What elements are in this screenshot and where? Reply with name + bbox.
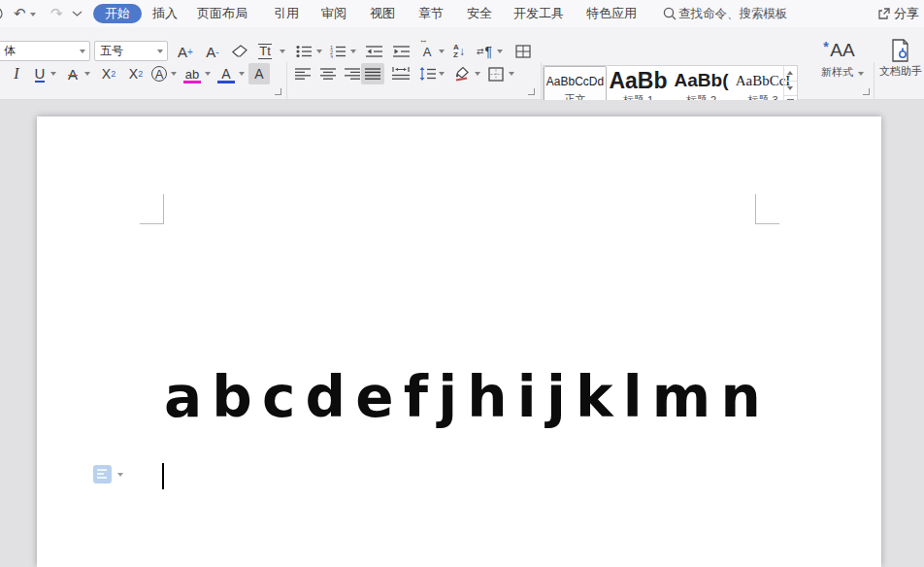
paste-options-dropdown-arrow[interactable]	[117, 473, 123, 477]
numbering-button[interactable]: 123	[327, 41, 348, 62]
tab-home[interactable]: 开始	[93, 4, 142, 23]
distribute-button[interactable]	[388, 63, 413, 84]
phonetic-guide-icon: Tt	[258, 44, 272, 59]
new-style-button[interactable]: * AA 新样式	[815, 39, 870, 87]
undo-button[interactable]: ↶	[14, 3, 26, 24]
tab-review[interactable]: 审阅	[321, 0, 346, 27]
subscript-button[interactable]: X2	[123, 63, 148, 84]
margin-mark-topleft-horizontal	[140, 223, 164, 224]
search-icon[interactable]	[663, 7, 676, 20]
document-page[interactable]	[37, 117, 881, 567]
tab-dev-tools[interactable]: 开发工具	[513, 0, 564, 27]
shading-button[interactable]	[450, 63, 474, 84]
char-scale-button[interactable]: ↔ A	[416, 41, 438, 62]
strikethrough-dropdown-arrow[interactable]	[84, 72, 90, 76]
shrink-font-minus: -	[215, 47, 218, 57]
share-button[interactable]: 分享	[894, 0, 919, 27]
sort-button[interactable]: AZ ↓	[447, 41, 471, 62]
highlight-dropdown-arrow[interactable]	[205, 72, 211, 76]
font-group-launcher[interactable]	[275, 88, 281, 95]
superscript-button[interactable]: X2	[96, 63, 121, 84]
highlight-color-bar	[183, 81, 201, 83]
underline-glyph: U	[35, 66, 46, 83]
phonetic-dropdown-arrow[interactable]	[280, 50, 285, 53]
bullets-dropdown-arrow[interactable]	[316, 50, 322, 53]
doc-assistant-button[interactable]: 文档助手	[879, 39, 924, 87]
text-tools-button[interactable]	[512, 41, 535, 62]
eraser-icon	[231, 44, 248, 59]
text-effects-dropdown-arrow[interactable]	[171, 72, 177, 76]
font-size-dropdown-arrow[interactable]	[157, 50, 163, 53]
customize-toolbar-button[interactable]	[72, 9, 82, 18]
tab-references[interactable]: 引用	[274, 0, 299, 27]
phonetic-guide-button[interactable]: Tt	[253, 41, 277, 62]
paste-options-button[interactable]	[93, 465, 112, 484]
tab-view[interactable]: 视图	[370, 0, 395, 27]
font-color-button[interactable]: A	[214, 63, 238, 84]
align-center-button[interactable]	[316, 63, 340, 84]
share-icon[interactable]	[877, 7, 891, 20]
superscript-exp: 2	[111, 69, 116, 79]
underline-dropdown-arrow[interactable]	[50, 72, 56, 76]
shading-dropdown-arrow[interactable]	[475, 72, 480, 76]
superscript-glyph: X	[102, 66, 111, 82]
strikethrough-button[interactable]: A	[62, 63, 83, 84]
shrink-font-button[interactable]: A-	[200, 41, 225, 62]
align-left-button[interactable]	[291, 63, 314, 84]
document-assistant-icon	[891, 39, 910, 62]
justify-button[interactable]	[361, 63, 384, 84]
increase-indent-button[interactable]	[389, 41, 412, 62]
borders-icon	[488, 67, 504, 82]
styles-group-launcher[interactable]	[863, 88, 870, 95]
style-heading1-preview: AaBb	[607, 68, 670, 93]
align-right-icon	[345, 67, 360, 81]
font-size-value: 五号	[100, 44, 123, 57]
grow-font-button[interactable]: A+	[173, 41, 198, 62]
strikethrough-glyph: A	[68, 66, 78, 83]
tab-page-layout[interactable]: 页面布局	[197, 0, 248, 27]
tab-special-apps[interactable]: 特色应用	[586, 0, 637, 27]
font-name-value: 体	[4, 44, 16, 57]
styles-scroll-up-button[interactable]	[784, 66, 797, 81]
underline-button[interactable]: U	[29, 63, 50, 84]
char-scale-dropdown-arrow[interactable]	[439, 50, 445, 53]
search-command-box[interactable]: 查找命令、搜索模板	[678, 0, 788, 27]
char-shading-button[interactable]: A	[248, 63, 270, 84]
clipped-toolbar-icon	[0, 6, 8, 21]
font-name-combo[interactable]: 体	[0, 41, 90, 61]
paragraph-group-launcher[interactable]	[528, 88, 535, 95]
redo-button[interactable]: ↷	[50, 3, 63, 24]
borders-dropdown-arrow[interactable]	[509, 72, 514, 76]
font-size-combo[interactable]: 五号	[94, 41, 168, 61]
line-spacing-dropdown-arrow[interactable]	[439, 72, 445, 76]
decrease-indent-button[interactable]	[362, 41, 385, 62]
new-style-icon: * AA	[830, 39, 854, 62]
undo-dropdown-arrow[interactable]	[30, 13, 36, 17]
bullets-button[interactable]	[293, 41, 314, 62]
new-style-label: 新样式	[821, 66, 853, 78]
text-cursor	[162, 463, 164, 489]
highlight-button[interactable]: ab	[181, 63, 204, 84]
text-effects-icon: A	[151, 66, 167, 82]
document-body-text[interactable]: a b c d e f j h i j k l m n	[164, 364, 755, 430]
line-spacing-button[interactable]	[415, 63, 439, 84]
bullet-list-icon	[296, 45, 312, 58]
show-marks-button[interactable]: ⇄¶	[474, 41, 495, 62]
tab-section[interactable]: 章节	[418, 0, 444, 27]
shrink-font-glyph: A	[206, 44, 215, 60]
font-color-dropdown-arrow[interactable]	[239, 72, 245, 76]
clear-format-button[interactable]	[227, 41, 252, 62]
document-area: a b c d e f j h i j k l m n	[0, 100, 924, 567]
tab-security[interactable]: 安全	[467, 0, 492, 27]
tab-insert[interactable]: 插入	[152, 0, 178, 27]
borders-button[interactable]	[484, 63, 508, 84]
numbering-dropdown-arrow[interactable]	[350, 50, 356, 53]
show-marks-dropdown-arrow[interactable]	[497, 50, 503, 53]
ribbon: 体 五号 A+ A- Tt I U A X2 X2 A ab A	[0, 27, 924, 100]
grow-font-plus: +	[187, 47, 193, 57]
text-effects-button[interactable]: A	[148, 63, 170, 84]
new-style-dropdown-arrow[interactable]	[858, 72, 864, 76]
styles-scroll-down-button[interactable]	[784, 81, 797, 95]
font-name-dropdown-arrow[interactable]	[80, 50, 85, 53]
italic-button[interactable]: I	[6, 63, 27, 84]
